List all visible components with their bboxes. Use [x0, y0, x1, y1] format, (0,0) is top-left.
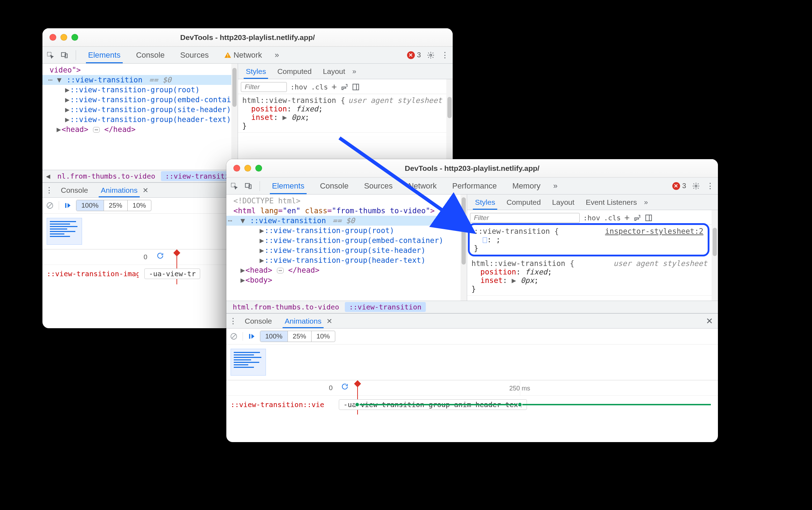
styles-filter-input[interactable]: Filter: [241, 82, 287, 92]
tab-performance[interactable]: Performance: [446, 178, 503, 194]
speed-10[interactable]: 10%: [311, 331, 335, 342]
playhead-icon[interactable]: [173, 249, 180, 256]
close-tab-icon[interactable]: ✕: [143, 186, 149, 195]
tab-elements[interactable]: Elements: [82, 47, 127, 63]
animation-row[interactable]: ::view-transition::vie -ua-view-transiti…: [226, 396, 718, 413]
speed-10[interactable]: 10%: [127, 200, 151, 211]
stylesheet-source[interactable]: user agent stylesheet: [613, 259, 707, 268]
speed-100[interactable]: 100%: [260, 331, 288, 342]
tree-row[interactable]: ▶::view-transition-group(root): [48, 85, 238, 95]
tab-network[interactable]: Network: [218, 47, 268, 63]
drawer-menu-icon[interactable]: ⋮: [228, 317, 238, 326]
tree-row[interactable]: ▶<body>: [232, 275, 467, 285]
css-rule[interactable]: user agent stylesheet html::view-transit…: [238, 94, 446, 133]
play-pause-icon[interactable]: [248, 333, 255, 340]
close-tab-icon[interactable]: ✕: [326, 317, 332, 325]
expand-shorthand-icon[interactable]: ▶: [512, 276, 516, 285]
tree-row[interactable]: ▶::view-transition-group(site-header): [48, 105, 238, 115]
tree-row[interactable]: video">: [48, 65, 238, 75]
clear-animations-icon[interactable]: [46, 202, 54, 209]
scrollbar[interactable]: [231, 64, 238, 170]
tab-console[interactable]: Console: [314, 178, 355, 194]
dom-tree[interactable]: <!DOCTYPE html> <html lang="en" class="f…: [226, 195, 467, 287]
tab-styles[interactable]: Styles: [469, 195, 501, 210]
device-toolbar-icon[interactable]: [243, 182, 254, 190]
close-window-button[interactable]: [233, 165, 240, 172]
tree-row[interactable]: ▶::view-transition-group(embed-container…: [48, 95, 238, 105]
speed-25[interactable]: 25%: [104, 200, 127, 211]
styles-filter-input[interactable]: Filter: [470, 213, 580, 223]
drawer-tab-animations[interactable]: Animations: [95, 183, 143, 197]
keyframe-dot[interactable]: [355, 402, 360, 407]
animation-track[interactable]: [357, 404, 711, 405]
more-side-tabs-icon[interactable]: »: [644, 198, 648, 206]
more-tabs-icon[interactable]: »: [271, 51, 283, 60]
inspect-element-icon[interactable]: [45, 51, 56, 59]
zoom-window-button[interactable]: [255, 165, 262, 172]
breadcrumb[interactable]: html.from-thumbs.to-video ::view-transit…: [226, 301, 718, 313]
tree-row[interactable]: ▶::view-transition-group(header-text): [232, 255, 467, 265]
tree-row[interactable]: <html lang="en" class="from-thumbs to-vi…: [232, 206, 467, 216]
close-window-button[interactable]: [50, 34, 56, 41]
new-style-rule-icon[interactable]: +: [624, 212, 630, 223]
play-pause-icon[interactable]: [64, 202, 71, 209]
tab-layout[interactable]: Layout: [317, 64, 351, 79]
cls-toggle[interactable]: .cls: [604, 214, 621, 222]
timeline-restart-icon[interactable]: [156, 252, 164, 260]
crumb-scroll-left-icon[interactable]: ◀: [45, 172, 52, 180]
hov-toggle[interactable]: :hov: [290, 83, 307, 91]
tab-console[interactable]: Console: [130, 47, 171, 63]
tab-sources[interactable]: Sources: [174, 47, 215, 63]
paint-brush-icon[interactable]: [341, 83, 348, 91]
paint-brush-icon[interactable]: [633, 214, 641, 222]
css-rule[interactable]: user agent stylesheet html::view-transit…: [467, 257, 712, 296]
speed-25[interactable]: 25%: [288, 331, 311, 342]
animation-timeline[interactable]: 0 250 ms: [226, 380, 718, 396]
more-menu-icon[interactable]: ⋮: [439, 51, 451, 60]
animation-name-label[interactable]: -ua-view-tr: [144, 268, 200, 279]
tree-row[interactable]: ▶::view-transition-group(embed-container…: [232, 236, 467, 245]
tab-sources[interactable]: Sources: [358, 178, 399, 194]
css-prop-edit-input[interactable]: [483, 237, 487, 243]
expand-shorthand-icon[interactable]: ▶: [283, 113, 287, 122]
minimize-window-button[interactable]: [60, 34, 67, 41]
titlebar[interactable]: DevTools - http203-playlist.netlify.app/: [42, 28, 453, 47]
playhead-icon[interactable]: [354, 380, 361, 387]
animation-preview-thumb[interactable]: [47, 218, 82, 245]
close-drawer-icon[interactable]: ✕: [703, 316, 716, 326]
dom-tree[interactable]: video"> ⋯ ▼ ::view-transition == $0 ▶::v…: [42, 64, 238, 137]
minimize-window-button[interactable]: [244, 165, 251, 172]
stylesheet-source[interactable]: inspector-stylesheet:2: [605, 227, 703, 236]
inspect-element-icon[interactable]: [228, 182, 240, 190]
scrollbar[interactable]: [712, 210, 718, 301]
tree-row[interactable]: ▶::view-transition-group(header-text): [48, 115, 238, 124]
tree-row[interactable]: ▶<head> ⋯ </head>: [48, 124, 238, 134]
ellipsis-icon[interactable]: ⋯: [93, 127, 100, 133]
tab-computed[interactable]: Computed: [272, 64, 317, 79]
keyframe-dot[interactable]: [517, 402, 522, 407]
titlebar[interactable]: DevTools - http203-playlist.netlify.app/: [226, 159, 718, 178]
tab-styles[interactable]: Styles: [240, 64, 272, 79]
speed-100[interactable]: 100%: [76, 200, 104, 211]
tab-elements[interactable]: Elements: [266, 178, 311, 194]
tree-row-selected[interactable]: ⋯ ▼ ::view-transition == $0: [42, 75, 238, 85]
tree-row-selected[interactable]: ⋯ ▼ ::view-transition == $0: [226, 216, 467, 226]
timeline-restart-icon[interactable]: [341, 383, 349, 390]
crumb-item[interactable]: html.from-thumbs.to-video: [228, 302, 343, 312]
settings-icon[interactable]: [690, 182, 702, 190]
stylesheet-source[interactable]: user agent stylesheet: [348, 96, 442, 105]
clear-animations-icon[interactable]: [230, 332, 238, 340]
crumb-item[interactable]: nl.from-thumbs.to-video: [53, 171, 160, 181]
scrollbar[interactable]: [460, 195, 467, 301]
tree-row[interactable]: ▶<head> ⋯ </head>: [232, 265, 467, 275]
more-tabs-icon[interactable]: »: [550, 181, 561, 191]
drawer-tab-console[interactable]: Console: [55, 183, 94, 197]
zoom-window-button[interactable]: [71, 34, 78, 41]
device-toolbar-icon[interactable]: [59, 51, 70, 59]
tab-event-listeners[interactable]: Event Listeners: [580, 195, 643, 210]
hov-toggle[interactable]: :hov: [583, 214, 600, 222]
tab-network[interactable]: Network: [402, 178, 443, 194]
cls-toggle[interactable]: .cls: [311, 83, 328, 91]
crumb-item-current[interactable]: ::view-transition: [345, 302, 426, 312]
scrollbar[interactable]: [446, 79, 453, 170]
